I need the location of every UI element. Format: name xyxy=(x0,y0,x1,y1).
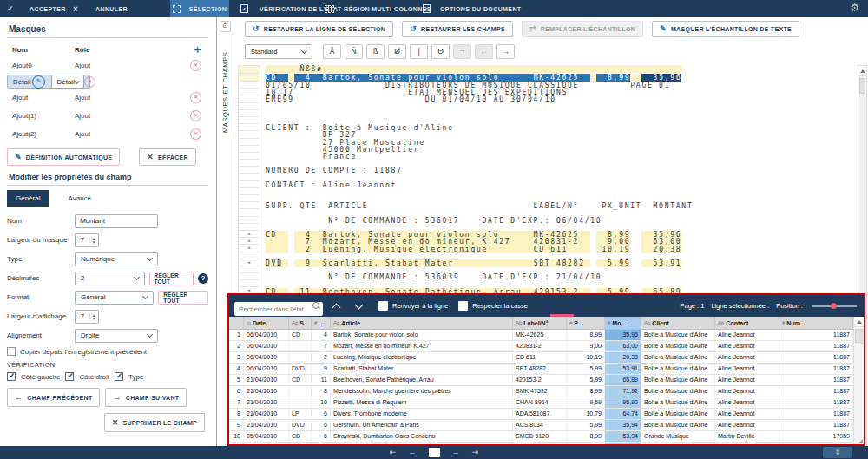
cancel-label[interactable]: ANNULER xyxy=(95,0,128,17)
regler-tout-decimales-button[interactable]: RÉGLER TOUT xyxy=(149,272,194,285)
copy-previous-checkbox[interactable]: Copier depuis l'enregistrement précédent xyxy=(7,347,208,356)
column-header-P...[interactable]: #P... xyxy=(567,317,605,329)
table-row[interactable]: 721/04/201010Pizzetti, Messa di RequiemC… xyxy=(229,397,864,409)
gutter-cell[interactable] xyxy=(238,202,260,209)
masque-row[interactable]: Ajout(1)Ajout✕ xyxy=(7,107,208,125)
add-mask-button[interactable]: + xyxy=(194,43,201,56)
masque-row[interactable]: Détail✎Détail✕ xyxy=(7,75,90,89)
delete-field-button[interactable]: ✕ SUPPRIMER LE CHAMP xyxy=(104,413,205,432)
gutter-cell[interactable] xyxy=(238,181,260,188)
search-previous-button[interactable] xyxy=(326,299,345,313)
column-header-Mo...[interactable]: #Mo... xyxy=(605,317,641,329)
delete-mask-icon[interactable]: ✕ xyxy=(84,76,95,88)
mask-char-button[interactable]: Å xyxy=(323,44,341,59)
cancel-button[interactable]: × xyxy=(73,0,78,17)
report-line[interactable]: 2 Luening, Musique électronique CD 611 1… xyxy=(266,246,681,253)
gutter-cell[interactable]: » xyxy=(238,245,260,252)
multicolumn-tab[interactable]: RÉGION MULTI-COLONNES xyxy=(344,0,431,17)
gutter-cell[interactable] xyxy=(238,195,260,202)
nom-input[interactable]: Montant xyxy=(75,214,158,228)
gutter-cell[interactable] xyxy=(238,139,260,146)
gutter-cell[interactable] xyxy=(238,160,260,167)
type-select[interactable]: Numérique xyxy=(75,252,158,266)
gutter-cell[interactable]: » xyxy=(238,259,260,266)
gutter-cell[interactable] xyxy=(238,82,260,89)
table-row[interactable]: 1005/04/2010CD6Stravinski, Dumbarton Oak… xyxy=(229,431,864,443)
stepper-arrows[interactable]: ▴▾ xyxy=(89,237,98,244)
cote-gauche-checkbox[interactable] xyxy=(7,372,16,381)
column-header-Date...[interactable]: ⊙Date... xyxy=(244,317,289,329)
column-header-Num...[interactable]: #Num... xyxy=(779,317,853,329)
stepper-arrows[interactable]: ▴▾ xyxy=(89,313,98,320)
panel-resize-handle[interactable]: ⇕ xyxy=(823,447,852,458)
masque-row[interactable]: Ajout0Ajout✕ xyxy=(7,56,208,75)
table-row[interactable]: 306/04/20102Luening, Musique électroniqu… xyxy=(229,352,864,364)
gutter-cell[interactable] xyxy=(238,167,260,174)
largeur-affichage-stepper[interactable]: 7 ▴▾ xyxy=(75,310,99,324)
multicolumn-icon[interactable] xyxy=(325,0,334,17)
column-header-Article[interactable]: AbArticle xyxy=(331,317,513,329)
doc-options-tab[interactable]: OPTIONS DU DOCUMENT xyxy=(440,0,522,17)
next-page-button[interactable]: → xyxy=(452,448,460,457)
table-row[interactable]: 1105/04/20101Schubert, Sonate en mi, D.5… xyxy=(229,443,864,444)
gutter-cell[interactable] xyxy=(238,117,260,124)
table-row[interactable]: 521/04/2010CD11Beethoven, Sonate Pathéti… xyxy=(229,375,864,386)
last-page-button[interactable]: ⇥ xyxy=(472,448,479,457)
gutter-cell[interactable] xyxy=(238,252,260,259)
gutter-cell[interactable] xyxy=(238,124,260,131)
column-header-Contact[interactable]: AbContact xyxy=(715,317,779,329)
masque-row[interactable]: Ajout(2)Ajout✕ xyxy=(7,125,208,143)
restore-fields-button[interactable]: ↺ RESTAURER LES CHAMPS xyxy=(402,21,513,37)
gutter-cell[interactable] xyxy=(238,103,260,110)
gutter-cell[interactable] xyxy=(238,146,260,153)
slider-handle[interactable] xyxy=(831,303,837,309)
table-row[interactable]: 821/04/2010LP6Divers, Trombone moderneAD… xyxy=(229,409,864,420)
tab-avance[interactable]: Avancé xyxy=(59,190,100,207)
tab-general[interactable]: Général xyxy=(7,190,49,207)
mask-char-button[interactable]: ß xyxy=(366,44,385,59)
gutter-cell[interactable] xyxy=(238,224,260,231)
gutter-cell[interactable] xyxy=(238,110,260,117)
table-row[interactable]: 406/04/2010DVD9Scarlatti, Stabat MaterSB… xyxy=(229,364,864,375)
gutter-cell[interactable] xyxy=(238,273,260,280)
mask-preset-select[interactable]: Standard xyxy=(245,44,312,59)
mask-char-button[interactable]: Ñ xyxy=(345,44,363,59)
resize-grip[interactable] xyxy=(858,439,863,443)
mask-sample-row[interactable]: Ñßßø xyxy=(266,65,681,73)
column-header-rownum[interactable] xyxy=(229,317,244,329)
panel-splitter-accent[interactable] xyxy=(216,17,217,446)
search-next-button[interactable] xyxy=(349,299,368,313)
report-line[interactable]: DVD 9 Scarlatti, Stabat Mater SBT 48282 … xyxy=(266,260,681,267)
accept-button[interactable]: ✓ xyxy=(7,0,14,17)
masque-role-select[interactable]: Détail xyxy=(51,75,83,89)
selection-row[interactable]: CD 4 Bartok, Sonate pour violon solo MK-… xyxy=(266,74,681,82)
gutter-cell[interactable]: » xyxy=(238,231,260,238)
gutter-cell[interactable] xyxy=(238,217,260,224)
pin-icon[interactable]: ⊙ xyxy=(220,21,231,32)
gutter-cell[interactable] xyxy=(238,74,260,82)
mask-arrow-button[interactable]: → xyxy=(496,44,515,59)
gutter-cell[interactable] xyxy=(238,89,260,95)
verification-icon[interactable]: ✓ xyxy=(240,0,248,17)
table-row[interactable]: 621/04/20108Mendelssohn, Marche guerrièr… xyxy=(229,386,864,397)
gutter-cell[interactable] xyxy=(238,95,260,102)
clear-button[interactable]: ✕ EFFACER xyxy=(139,148,196,166)
mask-char-button[interactable]: | xyxy=(410,44,428,59)
help-icon[interactable]: ? xyxy=(198,273,208,284)
delete-mask-icon[interactable]: ✕ xyxy=(190,110,201,121)
doc-options-icon[interactable]: ≡ xyxy=(423,0,431,17)
alignement-select[interactable]: Droite xyxy=(75,329,158,343)
column-header-S.[interactable]: AbS. xyxy=(289,317,312,329)
auto-definition-button[interactable]: ✎ DÉFINITION AUTOMATIQUE xyxy=(7,148,120,166)
gutter-cell[interactable] xyxy=(238,153,260,160)
gutter-cell[interactable]: » xyxy=(238,238,260,245)
match-case-checkbox[interactable]: Respecter la casse xyxy=(458,301,528,311)
wrap-line-checkbox[interactable]: Renvoyer à la ligne xyxy=(378,301,448,311)
largeur-masque-stepper[interactable]: 7 ▴▾ xyxy=(75,233,99,247)
cote-droit-checkbox[interactable] xyxy=(65,372,74,381)
delete-mask-icon[interactable]: ✕ xyxy=(190,128,201,140)
page-number-input[interactable] xyxy=(429,448,440,457)
masque-row[interactable]: AjoutAjout✕ xyxy=(7,89,208,107)
restore-selection-line-button[interactable]: ↺ RESTAURER LA LIGNE DE SÉLECTION xyxy=(245,21,393,37)
regler-tout-format-button[interactable]: RÉGLER TOUT xyxy=(158,291,208,305)
